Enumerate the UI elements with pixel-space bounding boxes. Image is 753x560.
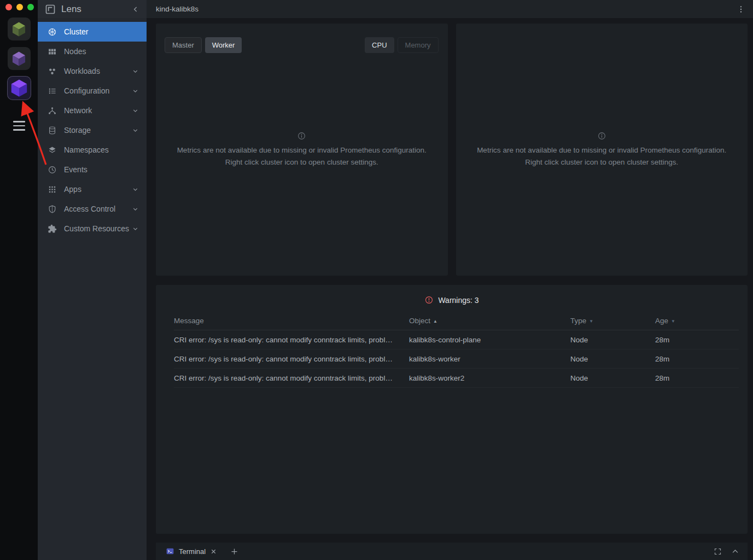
kubernetes-wheel-icon (48, 27, 57, 37)
terminal-tab[interactable]: Terminal (164, 542, 219, 560)
info-icon (477, 131, 726, 141)
cpu-toggle-button[interactable]: CPU (365, 37, 394, 53)
column-label: Object (409, 317, 430, 325)
sidebar-item-label: Namespaces (64, 145, 139, 154)
chevron-down-icon (132, 206, 139, 213)
worker-toggle-button[interactable]: Worker (205, 37, 242, 53)
namespaces-layers-icon (48, 145, 57, 155)
sidebar-collapse-button[interactable] (131, 5, 140, 14)
close-terminal-icon[interactable] (210, 548, 217, 555)
cluster-icon-2[interactable] (8, 47, 31, 70)
terminal-tab-label: Terminal (179, 547, 206, 556)
menu-hamburger-button[interactable] (13, 121, 25, 131)
info-icon (177, 131, 427, 141)
cube-icon (10, 50, 28, 68)
sidebar-nav: Cluster Nodes Workloads (38, 22, 147, 238)
plus-icon (230, 547, 238, 556)
terminal-icon (166, 547, 174, 556)
cube-icon (10, 20, 28, 38)
warnings-table: Message Object▲ Type▼ Age▼ CRI error: /s… (174, 312, 739, 388)
new-tab-button[interactable] (230, 547, 238, 556)
nodes-grid-icon (48, 47, 57, 56)
lens-logo-icon (45, 4, 56, 15)
expand-dock-button[interactable] (731, 547, 739, 556)
close-window-button[interactable] (5, 4, 12, 10)
app-name: Lens (61, 4, 131, 15)
chevron-down-icon (132, 68, 139, 75)
cluster-icon-active[interactable] (8, 77, 31, 100)
sidebar-item-custom-resources[interactable]: Custom Resources (38, 219, 147, 238)
warnings-title: Warnings: 3 (438, 296, 478, 305)
cluster-icon-1[interactable] (8, 18, 31, 40)
lens-app-window: Lens Cluster (0, 0, 753, 560)
maximize-window-button[interactable] (27, 4, 34, 10)
chart-toggles: Master Worker CPU Memory (165, 37, 439, 53)
table-row[interactable]: CRI error: /sys is read-only: cannot mod… (174, 369, 739, 388)
sidebar-item-label: Custom Resources (64, 224, 132, 233)
column-header-message[interactable]: Message (174, 312, 409, 330)
sidebar-item-label: Cluster (64, 27, 139, 36)
node-role-toggle: Master Worker (165, 37, 242, 53)
cell-object: kalibk8s-worker (409, 349, 570, 369)
sidebar-item-events[interactable]: Events (38, 160, 147, 179)
cell-type: Node (570, 369, 655, 388)
warnings-header: Warnings: 3 (156, 285, 748, 305)
cube-icon (9, 78, 30, 98)
fullscreen-dock-button[interactable] (714, 547, 722, 556)
table-row[interactable]: CRI error: /sys is read-only: cannot mod… (174, 349, 739, 369)
minimize-window-button[interactable] (16, 4, 23, 10)
sidebar-item-label: Workloads (64, 67, 132, 75)
cluster-overview-content: Master Worker CPU Memory Metrics are not… (147, 18, 753, 560)
cell-object: kalibk8s-control-plane (409, 330, 570, 349)
chevron-down-icon (132, 88, 139, 95)
shield-icon (48, 205, 57, 214)
cell-age: 28m (655, 349, 739, 369)
storage-database-icon (48, 126, 57, 135)
kebab-menu-button[interactable] (737, 5, 745, 14)
sidebar-item-nodes[interactable]: Nodes (38, 42, 147, 61)
cluster-title: kind-kalibk8s (156, 5, 737, 13)
sidebar-item-storage[interactable]: Storage (38, 120, 147, 140)
cell-type: Node (570, 349, 655, 369)
chevron-up-icon (731, 547, 739, 556)
sidebar-item-configuration[interactable]: Configuration (38, 81, 147, 101)
table-row[interactable]: CRI error: /sys is read-only: cannot mod… (174, 330, 739, 349)
no-metrics-line2: Right click cluster icon to open cluster… (177, 156, 427, 168)
sort-ascending-icon: ▲ (433, 319, 437, 324)
sidebar-item-network[interactable]: Network (38, 101, 147, 120)
column-header-age[interactable]: Age▼ (655, 312, 739, 330)
no-metrics-message: Metrics are not available due to missing… (177, 131, 427, 168)
sidebar-item-label: Events (64, 165, 139, 174)
column-label: Type (570, 317, 586, 325)
no-metrics-line2: Right click cluster icon to open cluster… (477, 156, 726, 168)
cell-object: kalibk8s-worker2 (409, 369, 570, 388)
cpu-metrics-panel: Master Worker CPU Memory Metrics are not… (156, 24, 448, 276)
sidebar-item-workloads[interactable]: Workloads (38, 61, 147, 81)
cell-message: CRI error: /sys is read-only: cannot mod… (174, 349, 409, 369)
three-dots-icon (737, 5, 745, 14)
column-header-object[interactable]: Object▲ (409, 312, 570, 330)
filter-dropdown-icon: ▼ (589, 319, 593, 324)
sidebar: Lens Cluster (38, 0, 147, 560)
master-toggle-button[interactable]: Master (165, 37, 202, 53)
filter-dropdown-icon: ▼ (671, 319, 675, 324)
column-header-type[interactable]: Type▼ (570, 312, 655, 330)
memory-metrics-panel: Metrics are not available due to missing… (456, 24, 748, 276)
memory-toggle-button[interactable]: Memory (398, 37, 439, 53)
sidebar-item-namespaces[interactable]: Namespaces (38, 140, 147, 160)
chevron-down-icon (132, 186, 139, 193)
network-hub-icon (48, 106, 57, 115)
sidebar-item-apps[interactable]: Apps (38, 179, 147, 199)
sidebar-item-cluster[interactable]: Cluster (38, 22, 147, 42)
cell-type: Node (570, 330, 655, 349)
no-metrics-line1: Metrics are not available due to missing… (177, 144, 427, 156)
apps-grid-icon (48, 185, 57, 194)
sidebar-item-access-control[interactable]: Access Control (38, 199, 147, 219)
warning-icon (424, 295, 434, 305)
table-header-row: Message Object▲ Type▼ Age▼ (174, 312, 739, 330)
chevron-down-icon (132, 225, 139, 232)
puzzle-icon (48, 224, 57, 234)
chevron-left-icon (131, 5, 140, 14)
sidebar-item-label: Network (64, 106, 132, 115)
main-area: kind-kalibk8s Master Worker CPU (147, 0, 753, 560)
